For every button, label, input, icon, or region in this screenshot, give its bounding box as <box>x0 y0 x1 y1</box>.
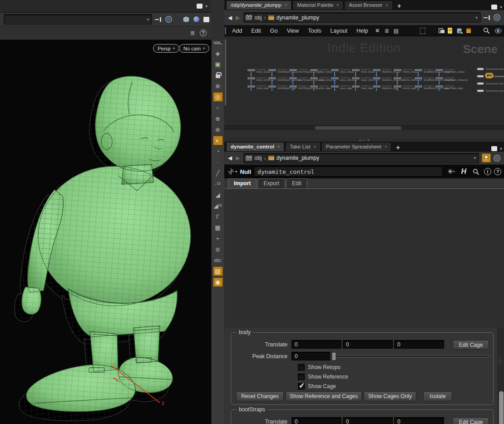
network-hscrollbar[interactable] <box>224 125 504 130</box>
pane-maximize-icon[interactable] <box>197 4 203 9</box>
network-node-head_cage[interactable]: Geometryhead_cage <box>351 85 373 90</box>
reset-changes-button[interactable]: Reset Changes <box>236 391 284 401</box>
menu-add[interactable]: Add <box>227 28 247 34</box>
network-layout-icon[interactable]: ≣ <box>190 30 195 36</box>
lock-icon[interactable] <box>213 70 223 80</box>
forward-arrow-icon[interactable]: ▶ <box>234 155 242 161</box>
search-icon[interactable] <box>473 168 479 175</box>
info-icon[interactable]: i <box>484 168 491 175</box>
tab-edit[interactable]: Edit <box>286 178 307 188</box>
network-node-shorts_cage[interactable]: Geometryshorts_cage <box>393 85 416 90</box>
subnet-input-node[interactable] <box>477 82 484 85</box>
menu-edit[interactable]: Edit <box>247 28 266 34</box>
add-image-icon[interactable] <box>457 28 462 34</box>
translate-y-field[interactable] <box>343 340 393 349</box>
new-tab-button[interactable]: + <box>394 2 405 10</box>
visibility-eye-icon[interactable] <box>494 28 502 34</box>
network-node-clips_retopo[interactable]: Geometryclips_retopo <box>310 69 333 74</box>
translate-y-field[interactable] <box>343 417 393 424</box>
pane-maximize-icon[interactable] <box>491 146 497 151</box>
tab-import[interactable]: Import <box>228 178 257 188</box>
subnet-input-node[interactable] <box>477 89 484 92</box>
circle-equal-icon[interactable]: ⊜ <box>213 245 223 254</box>
node-type-caret-icon[interactable]: ▾ <box>235 169 237 174</box>
translate-x-field[interactable] <box>292 340 341 349</box>
search-icon[interactable] <box>483 27 490 34</box>
pin-icon[interactable] <box>484 15 490 20</box>
show-cage-checkbox[interactable] <box>298 383 305 390</box>
point-number-icon[interactable]: ∙¹² <box>213 179 223 189</box>
swatch-grid-icon[interactable] <box>420 28 425 34</box>
network-path-field[interactable]: obj › dynamite_plumpy ▾ <box>243 12 481 23</box>
lightbulb-icon[interactable]: ○ <box>213 103 223 113</box>
translate-x-field[interactable] <box>292 417 341 424</box>
slider-handle[interactable] <box>332 352 336 360</box>
pin-icon[interactable] <box>155 17 161 22</box>
subnet-input-node[interactable] <box>477 75 484 78</box>
no-selection-icon[interactable]: ⊗ <box>213 81 223 91</box>
view-ribbon-icon[interactable]: ◈ <box>213 49 223 58</box>
color-palette-icon[interactable] <box>411 28 415 34</box>
geometry-cube-icon[interactable] <box>183 16 189 22</box>
perspective-selector[interactable]: Persp▾ <box>153 44 179 53</box>
layout-square-icon[interactable] <box>203 17 209 22</box>
parameter-scrollbar[interactable]: ∷∷ <box>498 328 504 424</box>
radial-menu-icon[interactable] <box>494 14 500 21</box>
menu-help[interactable]: Help <box>352 28 373 34</box>
edit-cage-button[interactable]: Edit Cage <box>453 417 489 424</box>
radial-menu-icon[interactable] <box>494 155 500 162</box>
location-pin-icon[interactable]: ◉ <box>213 277 223 287</box>
close-icon[interactable]: × <box>385 3 388 7</box>
snap-icon[interactable]: ▣ <box>213 59 223 69</box>
digital-asset-icon[interactable] <box>466 28 471 33</box>
tab-dynamite-control[interactable]: dynamite_control× <box>226 142 284 151</box>
forward-arrow-icon[interactable]: ▶ <box>234 15 242 21</box>
pane-menu-caret-icon[interactable]: ▾ <box>500 146 502 151</box>
translate-z-field[interactable] <box>394 340 444 349</box>
back-arrow-icon[interactable]: ◀ <box>226 15 234 21</box>
text-abc-icon[interactable]: abc <box>213 256 223 265</box>
scrollbar-grip[interactable]: ∷∷ <box>499 359 501 364</box>
close-icon[interactable]: × <box>385 144 387 149</box>
3d-viewport[interactable]: z Persp▾ No cam▾ <box>0 40 211 424</box>
tab-asset-browser[interactable]: Asset Browser× <box>344 0 392 10</box>
strip-scroll-handle[interactable] <box>213 41 223 45</box>
show-reference-checkbox[interactable] <box>298 374 305 380</box>
peak-distance-slider[interactable] <box>332 355 490 357</box>
network-node-strapFlaps_cage[interactable]: GeometrystrapFlaps_cage <box>435 85 463 90</box>
prim-number-icon[interactable]: ◢¹² <box>213 201 223 211</box>
shaded-view-icon[interactable]: ◐ <box>213 136 223 145</box>
network-node-head_retopo[interactable]: Geometryhead_retopo <box>351 69 375 74</box>
select-mode-icon[interactable]: ◎ <box>213 92 223 102</box>
peak-distance-field[interactable] <box>292 352 330 360</box>
network-node-eyes_retopo[interactable]: Geometryeyes_retopo <box>331 69 354 74</box>
translate-z-field[interactable] <box>394 417 444 424</box>
edit-cage-button[interactable]: Edit Cage <box>453 340 489 350</box>
network-node-strapFlaps_retopo[interactable]: GeometrystrapFlaps_retopo <box>435 69 464 74</box>
pane-resize-grip[interactable]: ▴ ∷∷ ▾ <box>224 138 504 142</box>
parameter-path-field[interactable]: obj › dynamite_plumpy ▾ <box>243 153 479 163</box>
close-icon[interactable]: × <box>336 3 339 7</box>
tab-network-path[interactable]: /obj/dynamite_plumpy× <box>226 0 292 10</box>
checker-icon[interactable]: ▦ <box>213 223 223 232</box>
add-point-icon[interactable]: ⊕ <box>213 114 223 123</box>
show-reference-and-cages-button[interactable]: Show Reference and Cages <box>286 391 362 401</box>
prim-icon[interactable]: ◢ <box>213 190 223 200</box>
sticky-note-icon[interactable] <box>448 28 452 34</box>
path-dropdown-icon[interactable]: ▾ <box>147 17 150 22</box>
pane-menu-caret-icon[interactable]: ▾ <box>500 5 502 10</box>
network-canvas[interactable]: Indie Edition Scene Geometrybody_retopoG… <box>224 37 504 130</box>
path-dropdown-icon[interactable]: ▾ <box>474 156 477 160</box>
camera-selector[interactable]: No cam▾ <box>179 44 209 53</box>
isolate-button[interactable]: Isolate <box>423 391 452 401</box>
material-sphere-icon[interactable] <box>193 16 199 22</box>
houdini-badge-icon[interactable]: H <box>461 168 466 176</box>
viewport-path-field[interactable]: ▾ <box>4 14 152 25</box>
network-node-body_retopo[interactable]: Geometrybody_retopo <box>247 69 271 74</box>
menu-view[interactable]: View <box>282 28 303 34</box>
menu-tools[interactable]: Tools <box>303 28 326 34</box>
tab-take-list[interactable]: Take List× <box>285 142 321 151</box>
network-node-body_cage[interactable]: Geometrybody_cage <box>247 85 269 90</box>
pane-grab-handle[interactable] <box>225 27 226 35</box>
network-node-clips_cage[interactable]: Geometryclips_cage <box>310 85 331 90</box>
